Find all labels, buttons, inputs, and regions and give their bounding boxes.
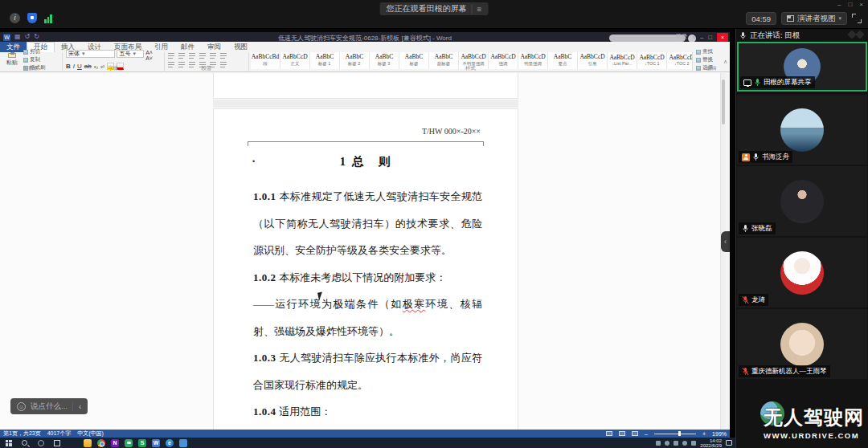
zoom-level[interactable]: 199%	[712, 431, 727, 437]
tray-icon-1[interactable]	[665, 441, 669, 446]
font-name-select[interactable]: 宋体▾	[66, 50, 115, 58]
font-name-value: 宋体	[68, 50, 80, 58]
emoji-icon[interactable]: ☺	[17, 402, 26, 411]
print-layout-icon[interactable]	[619, 431, 625, 436]
close-icon[interactable]: ×	[859, 1, 863, 9]
cortana-icon[interactable]	[36, 438, 45, 447]
participant-tile-4[interactable]: 龙琦	[737, 238, 867, 307]
chrome-taskbar-icon[interactable]	[97, 439, 105, 447]
font-group-label: 字体	[63, 65, 164, 72]
ribbon-options-icon[interactable]: ▾	[693, 34, 696, 41]
page-gap	[213, 100, 518, 108]
taskbar-clock[interactable]: 14:02 2022/6/29	[700, 438, 722, 448]
editing-item-2[interactable]: 替换	[696, 56, 713, 63]
editing-item-1[interactable]: 查找	[696, 48, 713, 55]
font-size-select[interactable]: 五号▾	[117, 50, 144, 58]
ribbon-tab-7[interactable]: 邮件	[174, 42, 201, 52]
zoom-out-icon[interactable]: –	[645, 431, 648, 437]
paragraph-2[interactable]: 1.0.2 本标准未考虑以下情况的附加要求：	[253, 264, 482, 291]
sidebar-collapse-handle[interactable]: ‹	[721, 231, 730, 252]
wps-sheets-taskbar-icon[interactable]: S	[138, 439, 146, 447]
paragraph-1[interactable]: 1.0.1 本标准规定了低速无人驾驶清扫车安全规范（以下简称无人驾驶清扫车）的技…	[253, 183, 482, 264]
tray-icon-4[interactable]	[691, 441, 696, 446]
multilevel-list-icon[interactable]	[189, 52, 197, 59]
decrease-indent-icon[interactable]	[199, 52, 207, 59]
word-taskbar-icon[interactable]: W	[152, 439, 160, 447]
tray-icon-2[interactable]	[674, 441, 678, 446]
word-count-status[interactable]: 4017个字	[47, 430, 72, 438]
collapse-chat-icon[interactable]: ‹	[72, 402, 81, 411]
tray-chevron-icon[interactable]	[656, 441, 661, 446]
document-page-previous	[213, 73, 518, 99]
participant-avatar	[780, 180, 824, 223]
participant-name: 田根的屏幕共享	[764, 78, 812, 88]
edge-taskbar-icon[interactable]: e	[166, 439, 174, 447]
increase-indent-icon[interactable]	[210, 52, 218, 59]
meeting-info-icon[interactable]: i	[10, 13, 20, 23]
watching-screen-label: 您正在观看田根的屏幕	[387, 3, 467, 14]
document-body-text[interactable]: 1.0.1 本标准规定了低速无人驾驶清扫车安全规范（以下简称无人驾驶清扫车）的技…	[253, 183, 482, 430]
zoom-in-icon[interactable]: +	[702, 431, 706, 437]
word-app-icon: W	[3, 34, 10, 41]
watermark-title: 无人驾驶网	[764, 405, 864, 430]
chat-placeholder[interactable]: 说点什么...	[31, 401, 68, 412]
taskbar-search-icon[interactable]	[20, 438, 29, 447]
maximize-icon[interactable]: □	[848, 1, 852, 9]
document-canvas[interactable]: T/HW 000×-20×× • 1 总 则 1.0.1 本标准规定了低速无人驾…	[0, 73, 725, 430]
clipboard-item-2[interactable]: 复制	[23, 56, 46, 63]
task-view-icon[interactable]	[52, 438, 61, 447]
word-ribbon: 文件开始插入设计页面布局引用邮件审阅视图 粘贴 剪切复制格式刷 剪贴板	[0, 42, 730, 72]
clipboard-item-1[interactable]: 剪切	[23, 48, 46, 55]
editing-group-label: 编辑	[693, 65, 730, 72]
page-count-status[interactable]: 第1页，共23页	[3, 430, 41, 438]
collapse-ribbon-icon[interactable]: ∧	[723, 59, 727, 65]
participant-tile-1[interactable]: 田根的屏幕共享	[737, 42, 867, 92]
participant-tile-5[interactable]: 重庆德新机器人—王雨琴	[737, 309, 867, 379]
start-button[interactable]	[4, 438, 13, 447]
chat-input-pill[interactable]: ☺ 说点什么... ‹	[10, 398, 88, 414]
tell-me-search-pill[interactable]	[609, 35, 686, 42]
minimize-icon[interactable]: –	[837, 1, 841, 9]
paragraph-3[interactable]: ——运行环境为极端条件（如极寒环境、核辐射、强磁场及爆炸性环境等）。	[253, 291, 482, 344]
redo-icon[interactable]: ↻	[34, 34, 39, 40]
ribbon-tab-8[interactable]: 审阅	[201, 42, 227, 52]
sign-in-link[interactable]: 登录	[676, 33, 688, 41]
number-list-icon[interactable]	[178, 52, 186, 59]
word-window: W ▦ ↺ ↻ 低速无人驾驶清扫车安全规范-0628-新模板 [兼容模式] - …	[0, 32, 730, 438]
font-size-value: 五号	[119, 50, 130, 58]
clipboard-item-icon	[23, 50, 28, 55]
tray-icon-3[interactable]	[682, 441, 687, 446]
photos-taskbar-icon[interactable]	[179, 439, 187, 447]
security-shield-icon[interactable]	[27, 13, 37, 23]
word-restore-icon[interactable]: □	[708, 34, 712, 41]
fullscreen-icon[interactable]	[852, 14, 862, 23]
sort-icon[interactable]	[220, 52, 228, 59]
document-title: 低速无人驾驶清扫车安全规范-0628-新模板 [兼容模式] - Word	[278, 34, 452, 43]
document-page[interactable]: T/HW 000×-20×× • 1 总 则 1.0.1 本标准规定了低速无人驾…	[213, 108, 518, 430]
view-mode-selector[interactable]: 演讲者视图 ▾	[781, 12, 847, 25]
participant-avatar	[780, 108, 824, 152]
web-layout-icon[interactable]	[632, 431, 638, 436]
zoom-slider[interactable]	[654, 434, 696, 434]
participant-tile-3[interactable]: 张晓磊	[737, 166, 867, 236]
watching-screen-banner[interactable]: 您正在观看田根的屏幕 ≡	[380, 2, 489, 15]
read-mode-icon[interactable]	[606, 431, 612, 436]
participant-tile-2[interactable]: 书海泛舟	[737, 95, 867, 165]
word-minimize-icon[interactable]: –	[700, 34, 703, 41]
language-status[interactable]: 中文(中国)	[77, 430, 104, 438]
wechat-taskbar-icon[interactable]	[125, 439, 133, 447]
onenote-taskbar-icon[interactable]: N	[111, 439, 119, 447]
action-center-icon[interactable]	[726, 440, 732, 446]
participant-name: 重庆德新机器人—王雨琴	[751, 367, 827, 377]
ribbon-tab-9[interactable]: 视图	[227, 42, 254, 52]
undo-icon[interactable]: ↺	[25, 34, 31, 40]
word-close-icon[interactable]: ×	[717, 33, 728, 42]
paragraph-5[interactable]: 1.0.4 适用范围：	[253, 398, 482, 426]
banner-menu-icon[interactable]: ≡	[472, 5, 482, 14]
header-rule	[248, 141, 484, 142]
bullet-list-icon[interactable]	[168, 52, 176, 59]
file-explorer-taskbar-icon[interactable]	[84, 439, 92, 447]
save-icon[interactable]: ▦	[14, 34, 21, 40]
mic-icon	[754, 78, 761, 87]
paragraph-4[interactable]: 1.0.3 无人驾驶清扫车除应执行本标准外，尚应符合国家现行标准的规定。	[253, 344, 482, 398]
